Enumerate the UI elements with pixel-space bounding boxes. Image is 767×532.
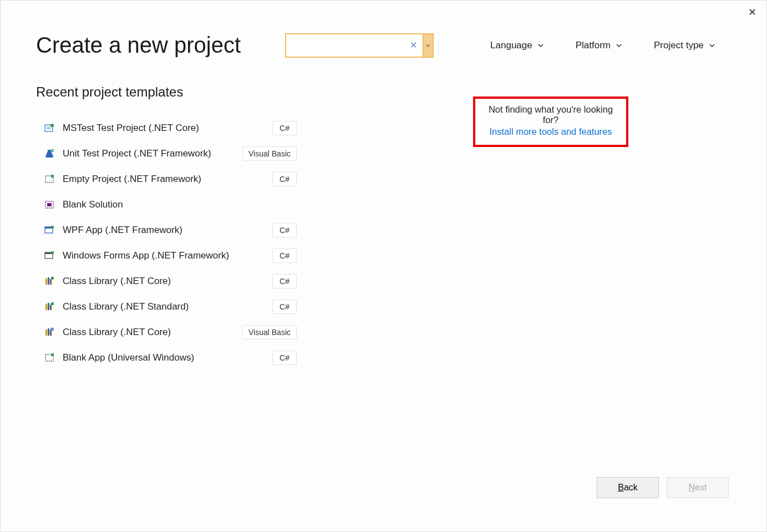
- template-name: WPF App (.NET Framework): [63, 225, 272, 236]
- template-row[interactable]: Empty Project (.NET Framework)C#: [36, 166, 380, 192]
- page-title: Create a new project: [36, 33, 241, 58]
- chevron-down-icon: [709, 43, 715, 48]
- svg-text:VB: VB: [51, 149, 54, 152]
- header-row: Create a new project ✕ Language Platform…: [1, 1, 766, 58]
- template-name: Blank App (Universal Windows): [63, 352, 272, 363]
- template-name: Blank Solution: [63, 199, 380, 210]
- filter-language[interactable]: Language: [488, 37, 546, 54]
- svg-rect-10: [51, 226, 54, 229]
- svg-point-1: [50, 124, 54, 127]
- search-group: ✕: [285, 33, 434, 58]
- svg-rect-17: [51, 277, 54, 280]
- chevron-down-icon: [616, 43, 622, 48]
- svg-rect-16: [50, 279, 52, 285]
- svg-rect-13: [51, 251, 54, 254]
- template-language-badge: Visual Basic: [242, 325, 297, 340]
- template-language-badge: C#: [272, 351, 297, 365]
- svg-rect-22: [45, 330, 47, 336]
- template-name: Class Library (.NET Core): [63, 276, 272, 287]
- template-row[interactable]: VBClass Library (.NET Core)Visual Basic: [36, 320, 380, 345]
- flask-icon: VB: [44, 148, 55, 159]
- footer-buttons: Back Next: [597, 477, 729, 498]
- left-column: Recent project templates MSTest Test Pro…: [36, 84, 380, 371]
- wpf-icon: [44, 225, 55, 236]
- svg-rect-5: [51, 175, 54, 178]
- svg-rect-15: [48, 277, 49, 285]
- back-button-label: Back: [618, 483, 638, 493]
- close-button[interactable]: ✕: [741, 4, 763, 21]
- svg-text:VB: VB: [50, 328, 54, 331]
- template-language-badge: C#: [272, 121, 297, 135]
- template-row[interactable]: Class Library (.NET Standard)C#: [36, 294, 380, 320]
- svg-rect-21: [51, 302, 54, 305]
- template-row[interactable]: Blank App (Universal Windows)C#: [36, 345, 380, 371]
- chevron-down-icon: [426, 43, 430, 48]
- search-dropdown-button[interactable]: [423, 33, 434, 58]
- search-box[interactable]: ✕: [285, 33, 423, 58]
- template-name: MSTest Test Project (.NET Core): [63, 123, 272, 134]
- promo-text: Not finding what you're looking for?: [487, 104, 614, 125]
- dialog-window: ✕ Create a new project ✕ Language Platfo…: [0, 0, 767, 532]
- template-name: Empty Project (.NET Framework): [63, 174, 272, 185]
- filter-project-type-label: Project type: [654, 40, 704, 51]
- chevron-down-icon: [538, 43, 543, 48]
- svg-rect-23: [48, 328, 49, 336]
- template-language-badge: C#: [272, 223, 297, 237]
- template-row[interactable]: Class Library (.NET Core)C#: [36, 268, 380, 294]
- template-name: Class Library (.NET Standard): [63, 301, 272, 312]
- classlib-vb-icon: VB: [44, 327, 55, 338]
- next-button-label: Next: [689, 483, 707, 493]
- template-language-badge: C#: [272, 172, 297, 186]
- close-icon: ✕: [748, 6, 756, 18]
- install-more-link[interactable]: Install more tools and features: [487, 126, 614, 137]
- template-name: Windows Forms App (.NET Framework): [63, 250, 272, 261]
- template-language-badge: Visual Basic: [242, 146, 297, 161]
- template-language-badge: C#: [272, 249, 297, 263]
- next-button: Next: [667, 477, 729, 498]
- template-row[interactable]: VBUnit Test Project (.NET Framework)Visu…: [36, 141, 380, 166]
- empty-icon: [44, 352, 55, 363]
- template-row[interactable]: MSTest Test Project (.NET Core)C#: [36, 115, 380, 141]
- template-row[interactable]: Blank Solution: [36, 192, 380, 217]
- svg-rect-20: [50, 305, 52, 310]
- template-row[interactable]: WPF App (.NET Framework)C#: [36, 217, 380, 243]
- filter-platform-label: Platform: [576, 40, 611, 51]
- empty-icon: [44, 174, 55, 185]
- filter-bar: Language Platform Project type: [488, 37, 717, 54]
- solution-icon: [44, 199, 55, 210]
- right-column: Not finding what you're looking for? Ins…: [402, 84, 733, 371]
- svg-rect-19: [48, 303, 49, 310]
- classlib-icon: [44, 301, 55, 312]
- template-name: Unit Test Project (.NET Framework): [63, 148, 242, 159]
- svg-rect-7: [47, 203, 52, 206]
- content-area: Recent project templates MSTest Test Pro…: [1, 58, 766, 371]
- clear-icon[interactable]: ✕: [408, 40, 419, 50]
- winforms-icon: [44, 250, 55, 261]
- install-more-callout: Not finding what you're looking for? Ins…: [473, 97, 628, 147]
- template-name: Class Library (.NET Core): [63, 327, 242, 338]
- template-list: MSTest Test Project (.NET Core)C#VBUnit …: [36, 115, 380, 371]
- template-row[interactable]: Windows Forms App (.NET Framework)C#: [36, 243, 380, 268]
- svg-rect-24: [50, 330, 52, 336]
- filter-platform[interactable]: Platform: [573, 37, 624, 54]
- svg-rect-28: [51, 353, 54, 356]
- template-language-badge: C#: [272, 274, 297, 288]
- filter-project-type[interactable]: Project type: [652, 37, 717, 54]
- mstest-icon: [44, 123, 55, 134]
- classlib-icon: [44, 276, 55, 287]
- filter-language-label: Language: [490, 40, 532, 51]
- recent-heading: Recent project templates: [36, 84, 380, 100]
- svg-rect-14: [45, 278, 47, 285]
- svg-rect-18: [45, 304, 47, 310]
- search-input[interactable]: [292, 40, 408, 50]
- template-language-badge: C#: [272, 300, 297, 314]
- back-button[interactable]: Back: [597, 477, 659, 498]
